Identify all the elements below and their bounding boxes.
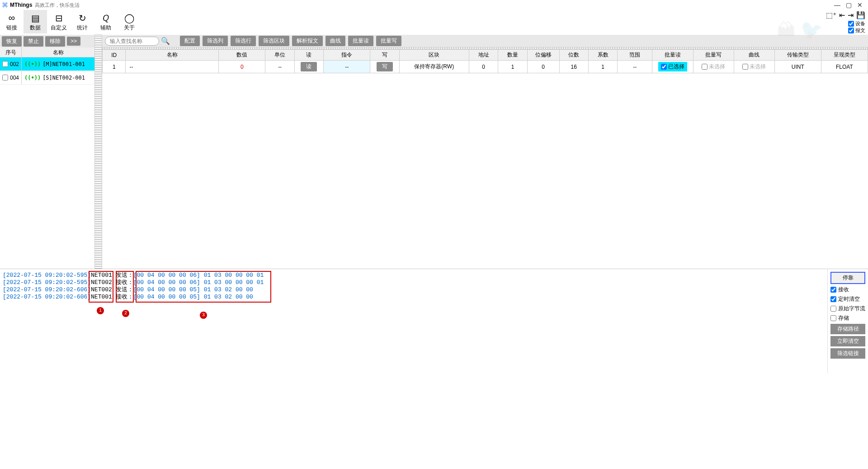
more-button[interactable]: >> xyxy=(67,37,80,46)
store-path-button[interactable]: 存储路径 xyxy=(830,324,865,334)
pause-button[interactable]: 停靠 xyxy=(830,272,865,284)
ribbon-assist[interactable]: 𝘘辅助 xyxy=(94,10,118,33)
grid-header-row: ID名称 数值单位 读指令 写区块 地址数量 位偏移位数 系数范围 批量读批量写… xyxy=(103,50,868,61)
new-tab-icon[interactable]: ⬚⁺ xyxy=(826,11,836,19)
log-text[interactable]: [2022-07-15 09:20:02-595]NET001 发送：[00 0… xyxy=(0,269,827,373)
parse-msg-button[interactable]: 解析报文 xyxy=(292,36,323,46)
check-message[interactable]: 报文 xyxy=(848,27,865,34)
filter-block-button[interactable]: 筛选区块 xyxy=(259,36,289,46)
write-button[interactable]: 写 xyxy=(377,62,393,71)
batch-write-button[interactable]: 批量写 xyxy=(376,36,401,46)
data-icon: ▤ xyxy=(31,12,40,24)
device-row[interactable]: 002 ((•))[M]NET001-001 xyxy=(0,57,94,71)
col-name: 名称 xyxy=(22,47,94,57)
clip-icon: 𝘘 xyxy=(103,12,109,24)
config-button[interactable]: 配置 xyxy=(180,36,200,46)
remove-button[interactable]: 移除 xyxy=(45,36,65,47)
log-line: [2022-07-15 09:20:02-606]NET001 接收：[00 0… xyxy=(3,294,825,301)
batch-read-cell[interactable]: 已选择 xyxy=(658,62,687,71)
link-icon: ∞ xyxy=(9,12,15,24)
vertical-ruler xyxy=(95,47,102,269)
restore-button[interactable]: 恢复 xyxy=(2,36,22,47)
minimize-button[interactable]: — xyxy=(834,1,840,9)
recv-check[interactable]: 接收 xyxy=(830,286,865,294)
data-grid: ID名称 数值单位 读指令 写区块 地址数量 位偏移位数 系数范围 批量读批量写… xyxy=(102,49,868,73)
search-icon[interactable]: 🔍 xyxy=(161,37,170,45)
log-line: [2022-07-15 09:20:02-606]NET002 发送：[00 0… xyxy=(3,286,825,294)
data-panel: ID名称 数值单位 读指令 写区块 地址数量 位偏移位数 系数范围 批量读批量写… xyxy=(102,47,868,269)
ribbon-link[interactable]: ∞链接 xyxy=(0,10,24,33)
app-name: MThings xyxy=(10,2,32,8)
forbid-button[interactable]: 禁止 xyxy=(24,36,43,47)
search-input[interactable] xyxy=(105,37,159,46)
main-area: 序号 名称 002 ((•))[M]NET001-001 004 ((•))[S… xyxy=(0,47,868,269)
device-panel: 序号 名称 002 ((•))[M]NET001-001 004 ((•))[S… xyxy=(0,47,95,269)
filter-row-button[interactable]: 筛选行 xyxy=(231,36,256,46)
save-icon[interactable]: 💾 xyxy=(856,11,865,19)
col-seq: 序号 xyxy=(0,47,22,57)
user-icon: ◯ xyxy=(124,12,134,24)
log-line: [2022-07-15 09:20:02-595]NET002 接收：[00 0… xyxy=(3,279,825,286)
window-controls: — ▢ ✕ xyxy=(834,1,866,9)
app-subtitle: 高效工作，快乐生活 xyxy=(35,2,80,9)
import-icon[interactable]: ⇤ xyxy=(839,11,845,19)
batch-write-cell[interactable]: 未选择 xyxy=(702,63,725,71)
check-device[interactable]: 设备 xyxy=(848,20,865,27)
curve-cell[interactable]: 未选择 xyxy=(742,63,766,71)
signal-icon: ((•)) xyxy=(24,61,41,67)
grid-row[interactable]: 1 -- 0 -- 读 -- 写 保持寄存器(RW) 0 1 0 16 1 --… xyxy=(103,61,868,73)
ribbon-right: ⬚⁺ ⇤ ⇥ 💾 设备 报文 xyxy=(826,11,865,34)
ribbon: ∞链接 ▤数据 ⊟自定义 ↻统计 𝘘辅助 ◯关于 🏔 🐦 ⬚⁺ ⇤ ⇥ 💾 设备… xyxy=(0,10,868,35)
read-button[interactable]: 读 xyxy=(301,62,317,71)
filter-col-button[interactable]: 筛选列 xyxy=(203,36,228,46)
device-check[interactable] xyxy=(2,75,8,81)
export-icon[interactable]: ⇥ xyxy=(848,11,854,19)
signal-icon: ((•)) xyxy=(24,75,41,81)
store-check[interactable]: 存储 xyxy=(830,314,865,322)
device-toolbar: 恢复 禁止 移除 >> xyxy=(0,35,95,47)
log-area: [2022-07-15 09:20:02-595]NET001 发送：[00 0… xyxy=(0,269,868,373)
curve-button[interactable]: 曲线 xyxy=(326,36,345,46)
data-toolbar: 🔍 配置 筛选列 筛选行 筛选区块 解析报文 曲线 批量读 批量写 xyxy=(102,35,868,47)
ribbon-stats[interactable]: ↻统计 xyxy=(71,10,94,33)
maximize-button[interactable]: ▢ xyxy=(846,1,852,9)
device-list-header: 序号 名称 xyxy=(0,47,94,57)
annotation-badge-2: 2 xyxy=(122,310,129,317)
filter-link-button[interactable]: 筛选链接 xyxy=(830,348,865,359)
ruler-corner xyxy=(95,35,102,47)
annotation-badge-3: 3 xyxy=(200,312,207,319)
custom-icon: ⊟ xyxy=(55,12,63,24)
ribbon-custom[interactable]: ⊟自定义 xyxy=(47,10,71,33)
device-check[interactable] xyxy=(2,61,8,67)
close-button[interactable]: ✕ xyxy=(857,1,863,9)
autoclear-check[interactable]: 定时清空 xyxy=(830,295,865,303)
app-logo-icon: ⌘ xyxy=(2,1,8,9)
clear-now-button[interactable]: 立即清空 xyxy=(830,336,865,346)
device-row[interactable]: 004 ((•))[S]NET002-001 xyxy=(0,71,94,85)
stats-icon: ↻ xyxy=(79,12,86,24)
annotation-badge-1: 1 xyxy=(97,307,104,314)
log-sidebar: 停靠 接收 定时清空 原始字节流 存储 存储路径 立即清空 筛选链接 xyxy=(827,269,868,373)
ribbon-data[interactable]: ▤数据 xyxy=(24,10,47,33)
ribbon-about[interactable]: ◯关于 xyxy=(118,10,141,33)
rawbytes-check[interactable]: 原始字节流 xyxy=(830,305,865,313)
log-line: [2022-07-15 09:20:02-595]NET001 发送：[00 0… xyxy=(3,272,825,279)
batch-read-button[interactable]: 批量读 xyxy=(348,36,373,46)
titlebar: ⌘ MThings 高效工作，快乐生活 — ▢ ✕ xyxy=(0,0,868,10)
